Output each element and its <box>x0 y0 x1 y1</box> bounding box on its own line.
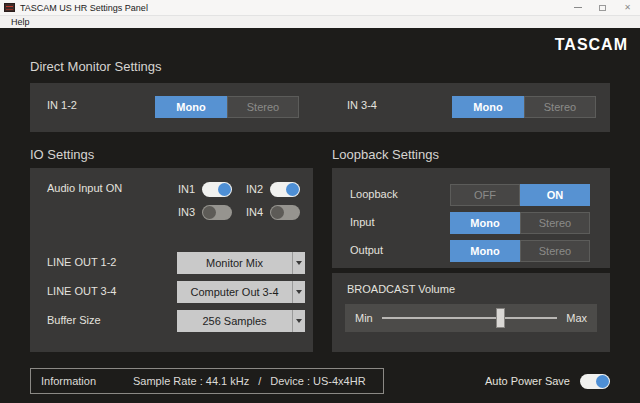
maximize-button[interactable] <box>590 0 615 15</box>
app-window: TASCAM US HR Settings Panel ✕ Help TASCA… <box>0 0 640 403</box>
chevron-down-icon[interactable] <box>292 310 305 332</box>
in-1-2-stereo-button[interactable]: Stereo <box>227 96 299 118</box>
in1-toggle[interactable] <box>202 182 232 197</box>
auto-power-save-toggle[interactable] <box>580 374 610 389</box>
in-1-2-label: IN 1-2 <box>47 99 77 111</box>
buffer-size-value: 256 Samples <box>177 310 292 332</box>
loopback-off-button[interactable]: OFF <box>450 184 520 206</box>
chevron-down-icon[interactable] <box>292 252 305 274</box>
menu-help[interactable]: Help <box>8 17 33 27</box>
in-3-4-mono-stereo-switch: Mono Stereo <box>452 96 596 118</box>
line-out-3-4-dropdown[interactable]: Computer Out 3-4 <box>177 281 305 303</box>
loopback-input-mono-stereo-switch: Mono Stereo <box>450 212 590 234</box>
in3-label: IN3 <box>178 206 195 218</box>
in1-toggle-knob <box>218 183 231 196</box>
in-3-4-label: IN 3-4 <box>347 99 377 111</box>
in1-label: IN1 <box>178 183 195 195</box>
loopback-input-stereo-button[interactable]: Stereo <box>520 212 590 234</box>
in3-toggle-knob <box>203 206 216 219</box>
io-settings-header: IO Settings <box>30 147 94 162</box>
in4-toggle-knob <box>271 206 284 219</box>
loopback-output-label: Output <box>350 244 383 256</box>
loopback-panel: Loopback OFF ON Input Mono Stereo Output… <box>332 168 610 268</box>
io-settings-panel: Audio Input ON IN1 IN2 IN3 IN4 LINE OUT … <box>30 168 313 352</box>
in2-label: IN2 <box>246 183 263 195</box>
in4-label: IN4 <box>246 206 263 218</box>
line-out-3-4-value: Computer Out 3-4 <box>177 281 292 303</box>
in-3-4-mono-button[interactable]: Mono <box>452 96 524 118</box>
direct-monitor-panel: IN 1-2 Mono Stereo IN 3-4 Mono Stereo <box>30 83 610 132</box>
line-out-3-4-label: LINE OUT 3-4 <box>47 285 117 297</box>
line-out-1-2-label: LINE OUT 1-2 <box>47 256 117 268</box>
tascam-app-icon <box>4 3 15 12</box>
loopback-output-mono-button[interactable]: Mono <box>450 240 520 262</box>
slider-min-label: Min <box>355 312 373 324</box>
in2-toggle[interactable] <box>270 182 300 197</box>
loopback-output-stereo-button[interactable]: Stereo <box>520 240 590 262</box>
auto-power-save-toggle-knob <box>596 375 609 388</box>
loopback-input-mono-button[interactable]: Mono <box>450 212 520 234</box>
loopback-output-mono-stereo-switch: Mono Stereo <box>450 240 590 262</box>
in-1-2-mono-stereo-switch: Mono Stereo <box>155 96 299 118</box>
loopback-settings-header: Loopback Settings <box>332 147 439 162</box>
close-icon: ✕ <box>624 4 631 12</box>
loopback-on-button[interactable]: ON <box>520 184 590 206</box>
loopback-off-on-switch: OFF ON <box>450 184 590 206</box>
line-out-1-2-value: Monitor Mix <box>177 252 292 274</box>
broadcast-volume-panel: BROADCAST Volume Min Max <box>332 273 610 352</box>
window-title: TASCAM US HR Settings Panel <box>20 3 148 13</box>
information-label: Information <box>41 375 133 387</box>
maximize-icon <box>599 5 606 11</box>
loopback-label: Loopback <box>350 188 398 200</box>
in4-toggle[interactable] <box>270 205 300 220</box>
slider-thumb[interactable] <box>496 308 505 328</box>
line-out-1-2-dropdown[interactable]: Monitor Mix <box>177 252 305 274</box>
auto-power-save-label: Auto Power Save <box>485 375 570 387</box>
menu-bar: Help <box>0 15 640 28</box>
chevron-down-icon[interactable] <box>292 281 305 303</box>
broadcast-volume-title: BROADCAST Volume <box>347 283 455 295</box>
broadcast-volume-slider: Min Max <box>345 304 597 332</box>
device-value: US-4x4HR <box>313 375 366 387</box>
info-separator: / <box>258 375 261 387</box>
information-bar: Information Sample Rate : 44.1 kHz / Dev… <box>30 368 384 394</box>
window-controls: ✕ <box>565 0 640 15</box>
buffer-size-dropdown[interactable]: 256 Samples <box>177 310 305 332</box>
audio-input-on-label: Audio Input ON <box>47 182 122 194</box>
minimize-button[interactable] <box>565 0 590 15</box>
in3-toggle[interactable] <box>202 205 232 220</box>
sample-rate-label: Sample Rate : <box>133 375 203 387</box>
device-label: Device : <box>270 375 310 387</box>
loopback-input-label: Input <box>350 216 374 228</box>
direct-monitor-header: Direct Monitor Settings <box>30 59 162 74</box>
close-button[interactable]: ✕ <box>615 0 640 15</box>
in2-toggle-knob <box>286 183 299 196</box>
sample-rate-value: 44.1 kHz <box>206 375 249 387</box>
tascam-wordmark: TASCAM <box>555 36 628 54</box>
slider-track[interactable] <box>382 317 557 319</box>
slider-max-label: Max <box>566 312 587 324</box>
auto-power-save-row: Auto Power Save <box>440 368 610 394</box>
buffer-size-label: Buffer Size <box>47 314 101 326</box>
in-1-2-mono-button[interactable]: Mono <box>155 96 227 118</box>
minimize-icon <box>574 7 582 8</box>
title-bar: TASCAM US HR Settings Panel ✕ <box>0 0 640 15</box>
content-area: TASCAM Direct Monitor Settings IN 1-2 Mo… <box>0 28 640 403</box>
in-3-4-stereo-button[interactable]: Stereo <box>524 96 596 118</box>
